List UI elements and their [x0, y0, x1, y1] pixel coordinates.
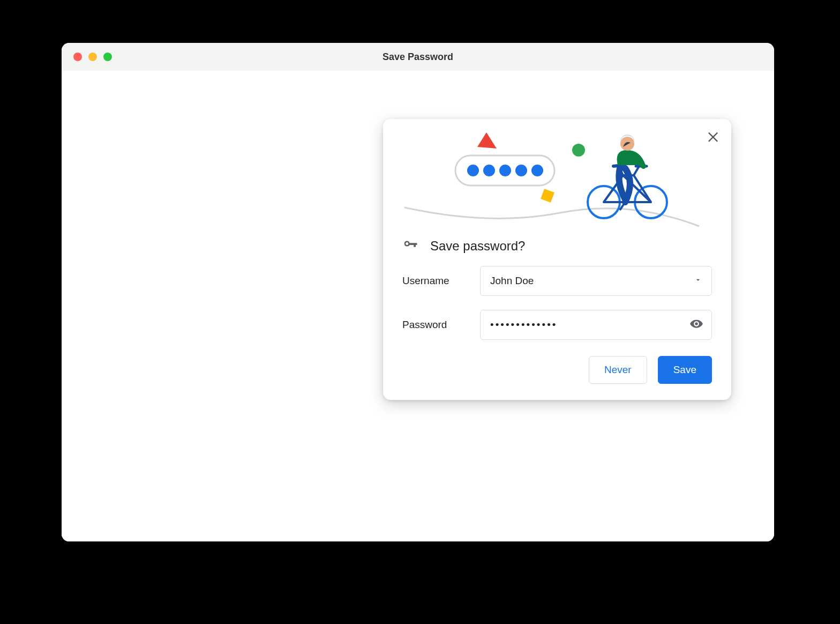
- svg-point-7: [531, 165, 543, 176]
- popover-buttons: Never Save: [383, 340, 731, 384]
- password-input[interactable]: •••••••••••••: [480, 310, 712, 340]
- password-row: Password •••••••••••••: [383, 296, 731, 340]
- window-close-button[interactable]: [73, 53, 82, 61]
- username-dropdown[interactable]: John Doe: [480, 266, 712, 296]
- illustration-cyclist-password: [383, 119, 731, 232]
- never-button[interactable]: Never: [589, 356, 647, 384]
- svg-point-6: [515, 165, 527, 176]
- popover-heading: Save password?: [430, 239, 525, 254]
- password-masked-value: •••••••••••••: [490, 319, 557, 331]
- window-zoom-button[interactable]: [103, 53, 112, 61]
- password-label: Password: [402, 319, 480, 331]
- titlebar: Save Password: [62, 43, 774, 71]
- username-value: John Doe: [490, 275, 534, 287]
- save-password-popover: Save password? Username John Doe Passwor…: [383, 119, 731, 400]
- username-row: Username John Doe: [383, 258, 731, 296]
- window-minimize-button[interactable]: [88, 53, 97, 61]
- svg-point-4: [483, 165, 495, 176]
- window-title: Save Password: [62, 51, 774, 63]
- username-label: Username: [402, 275, 480, 287]
- svg-rect-1: [541, 189, 554, 203]
- svg-point-3: [467, 165, 479, 176]
- eye-icon[interactable]: [689, 317, 703, 333]
- save-button[interactable]: Save: [658, 356, 712, 384]
- svg-point-0: [572, 144, 585, 157]
- popover-header: Save password?: [383, 232, 731, 258]
- svg-point-5: [499, 165, 511, 176]
- key-icon: [402, 237, 418, 255]
- app-window: Save Password: [62, 43, 774, 541]
- window-controls: [73, 53, 112, 61]
- window-content: Save password? Username John Doe Passwor…: [62, 71, 774, 541]
